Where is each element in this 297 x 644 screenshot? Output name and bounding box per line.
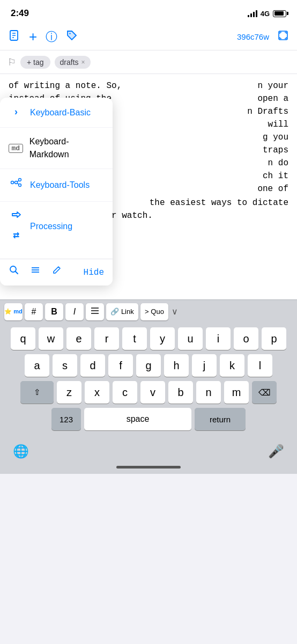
key-w[interactable]: w [39,327,63,350]
key-space[interactable]: space [84,408,191,430]
key-d[interactable]: d [80,354,105,377]
svg-line-10 [13,182,15,182]
svg-point-4 [69,33,70,34]
toolbar: + ⓘ 396c76w [0,24,297,50]
add-tag-button[interactable]: + tag [20,56,50,69]
key-a[interactable]: a [25,354,49,377]
key-m[interactable]: m [224,381,249,404]
list-label [91,307,99,316]
keyboard-toolbar: ⭐ md # B I 🔗 Link > Quo ∨ [0,299,297,323]
dropdown-footer: Hide [0,259,113,286]
keyboard-row-1: q w e r t y u i o p [2,327,295,350]
key-k[interactable]: k [220,354,244,377]
key-n[interactable]: n [196,381,221,404]
key-f[interactable]: f [108,354,133,377]
mic-icon[interactable]: 🎤 [268,444,284,459]
keyboard-tools-label: Keyboard-Tools [30,179,90,192]
md-icon: md [9,144,23,153]
kb-hash-button[interactable]: # [25,303,43,320]
svg-line-11 [17,180,19,182]
status-bar: 2:49 4G [0,0,297,24]
home-indicator [0,464,297,474]
add-icon[interactable]: + [29,28,37,45]
edit-footer-icon[interactable] [51,265,62,280]
keyboard-basic-label: Keyboard-Basic [30,106,91,119]
keyboard-row-3: ⇧ z x c v b n m ⌫ [2,381,295,404]
keyboard-row-2: a s d f g h j k l [2,354,295,377]
keyboard: q w e r t y u i o p a s d f g h j k l ⇧ … [0,323,297,437]
dropdown-item-processing[interactable]: ⇄ Processing [0,202,113,251]
kb-list-button[interactable] [86,303,104,320]
key-g[interactable]: g [136,354,161,377]
key-y[interactable]: y [150,327,175,350]
hash-label: # [32,307,36,317]
new-note-icon[interactable] [9,30,20,44]
tags-row: ⚐ + tag drafts × [0,50,297,74]
network-type: 4G [261,10,270,18]
key-o[interactable]: o [234,327,258,350]
key-b[interactable]: b [168,381,193,404]
search-footer-icon[interactable] [9,265,19,280]
kb-italic-button[interactable]: I [65,303,84,320]
key-l[interactable]: l [248,354,272,377]
bold-label: B [51,307,57,317]
key-delete[interactable]: ⌫ [252,381,277,404]
key-123[interactable]: 123 [51,408,81,430]
keyboard-markdown-label: Keyboard-Markdown [29,135,104,161]
signal-icon [248,10,257,17]
link-label: 🔗 Link [110,308,133,316]
globe-icon[interactable]: 🌐 [13,444,29,459]
version-label[interactable]: 396c76w [237,32,269,41]
key-c[interactable]: c [113,381,137,404]
battery-icon [273,10,286,17]
info-icon[interactable]: ⓘ [46,29,57,45]
svg-line-14 [16,272,18,274]
svg-point-7 [11,181,14,184]
key-j[interactable]: j [192,354,217,377]
svg-line-12 [17,183,19,185]
home-bar [116,466,181,469]
key-p[interactable]: p [262,327,286,350]
content-area[interactable]: of writing a note. So, instead of using … [0,74,297,299]
key-x[interactable]: x [85,381,109,404]
key-h[interactable]: h [164,354,189,377]
kb-quote-button[interactable]: > Quo [140,303,168,320]
key-e[interactable]: e [66,327,91,350]
svg-point-9 [19,184,21,187]
key-z[interactable]: z [57,381,81,404]
svg-point-8 [19,179,21,181]
key-u[interactable]: u [178,327,203,350]
status-icons: 4G [248,10,286,18]
tag-icon[interactable] [66,30,78,45]
key-q[interactable]: q [11,327,35,350]
status-time: 2:49 [11,8,29,19]
md-label: ⭐ md [4,308,23,315]
dropdown-menu: › Keyboard-Basic md Keyboard-Markdown [0,98,113,286]
key-i[interactable]: i [206,327,231,350]
tag-drafts[interactable]: drafts × [55,56,91,69]
key-shift[interactable]: ⇧ [20,381,54,404]
key-r[interactable]: r [94,327,119,350]
italic-label: I [73,307,76,317]
toolbar-chevron-icon[interactable]: ∨ [172,306,178,317]
processing-label: Processing [30,220,72,233]
key-v[interactable]: v [140,381,165,404]
expand-icon[interactable] [278,30,288,43]
dropdown-item-keyboard-tools[interactable]: Keyboard-Tools [0,169,113,202]
kb-link-button[interactable]: 🔗 Link [106,303,138,320]
list-footer-icon[interactable] [30,265,41,280]
share-icon [9,177,24,194]
kb-md-button[interactable]: ⭐ md [4,303,23,320]
tag-close-icon[interactable]: × [81,58,85,66]
key-return[interactable]: return [195,408,246,430]
key-t[interactable]: t [122,327,147,350]
dropdown-item-keyboard-basic[interactable]: › Keyboard-Basic [0,98,113,128]
kb-bold-button[interactable]: B [45,303,63,320]
svg-point-6 [15,181,18,184]
dropdown-item-keyboard-markdown[interactable]: md Keyboard-Markdown [0,128,113,169]
flag-icon[interactable]: ⚐ [8,56,16,68]
chevron-right-icon: › [9,105,24,120]
key-s[interactable]: s [53,354,77,377]
hide-button[interactable]: Hide [84,266,104,279]
bottom-bar: 🌐 🎤 [0,437,297,464]
